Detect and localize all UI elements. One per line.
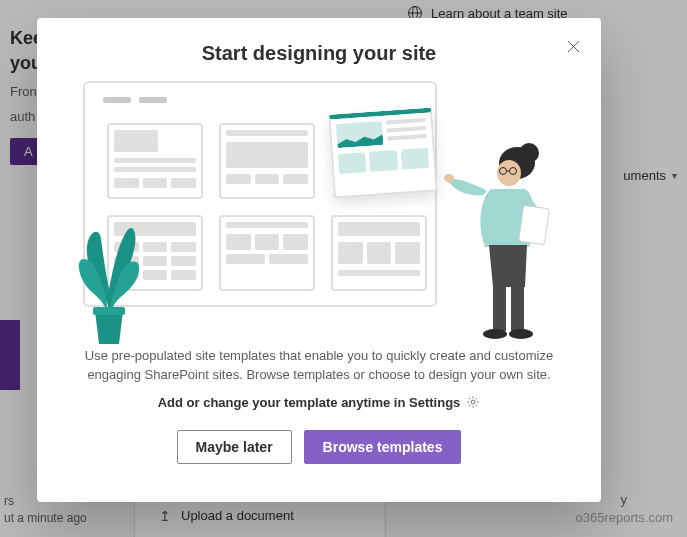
modal-description: Use pre-populated site templates that en… — [85, 347, 553, 385]
browse-templates-button[interactable]: Browse templates — [304, 430, 462, 464]
modal-settings-note: Add or change your template anytime in S… — [158, 395, 481, 410]
template-thumb-1 — [107, 123, 203, 199]
modal-button-row: Maybe later Browse templates — [177, 430, 462, 464]
svg-rect-14 — [493, 285, 506, 331]
start-designing-modal: Start designing your site — [37, 18, 601, 502]
svg-rect-5 — [93, 307, 125, 315]
modal-title: Start designing your site — [202, 42, 436, 65]
template-thumb-highlighted — [328, 107, 438, 198]
svg-point-12 — [444, 174, 454, 182]
close-button[interactable] — [559, 32, 587, 60]
svg-point-17 — [509, 329, 533, 339]
svg-rect-13 — [519, 205, 550, 244]
template-thumb-6 — [331, 215, 427, 291]
maybe-later-button[interactable]: Maybe later — [177, 430, 292, 464]
svg-rect-15 — [511, 285, 524, 331]
person-illustration — [443, 137, 573, 341]
svg-point-18 — [471, 400, 475, 404]
gear-icon — [466, 395, 480, 409]
svg-point-7 — [519, 143, 539, 163]
modal-illustration — [79, 79, 559, 341]
svg-point-16 — [483, 329, 507, 339]
close-icon — [567, 40, 580, 53]
plant-illustration — [69, 199, 149, 349]
template-thumb-2 — [219, 123, 315, 199]
canvas-header-bars — [103, 97, 167, 103]
template-thumb-5 — [219, 215, 315, 291]
